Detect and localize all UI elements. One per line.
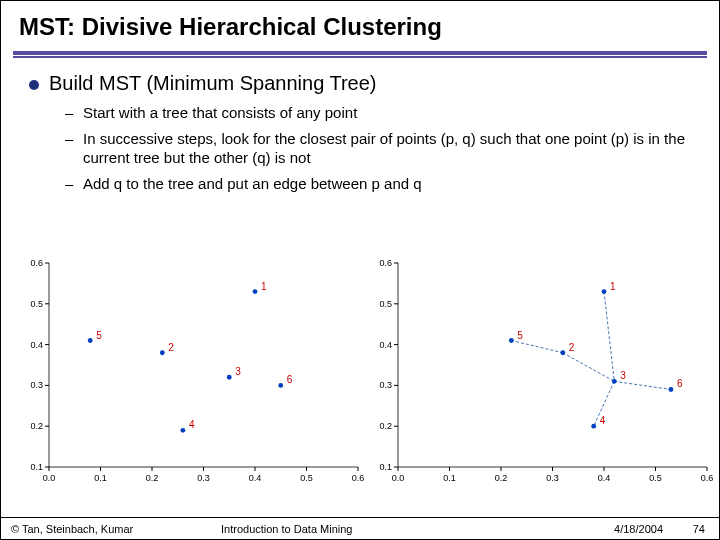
svg-text:3: 3 bbox=[235, 366, 241, 377]
svg-text:0.3: 0.3 bbox=[546, 473, 559, 483]
svg-text:5: 5 bbox=[96, 330, 102, 341]
sub-bullet: – Add q to the tree and put an edge betw… bbox=[65, 174, 691, 194]
svg-point-73 bbox=[612, 379, 617, 384]
title-rule bbox=[13, 51, 707, 58]
dash-icon: – bbox=[65, 129, 83, 168]
sub-bullet: – Start with a tree that consists of any… bbox=[65, 103, 691, 123]
svg-point-26 bbox=[253, 289, 258, 294]
svg-text:4: 4 bbox=[600, 415, 606, 426]
svg-text:3: 3 bbox=[620, 370, 626, 381]
svg-point-75 bbox=[591, 424, 596, 429]
svg-text:6: 6 bbox=[287, 374, 293, 385]
svg-text:0.4: 0.4 bbox=[30, 340, 43, 350]
svg-text:0.3: 0.3 bbox=[379, 380, 392, 390]
svg-text:0.3: 0.3 bbox=[197, 473, 210, 483]
svg-text:0.5: 0.5 bbox=[300, 473, 313, 483]
svg-text:0.4: 0.4 bbox=[249, 473, 262, 483]
footer-page: 74 bbox=[673, 523, 719, 535]
svg-text:0.5: 0.5 bbox=[649, 473, 662, 483]
svg-text:2: 2 bbox=[168, 342, 174, 353]
svg-point-77 bbox=[509, 338, 514, 343]
svg-text:0.2: 0.2 bbox=[146, 473, 159, 483]
svg-text:4: 4 bbox=[189, 419, 195, 430]
svg-text:6: 6 bbox=[677, 378, 683, 389]
slide-footer: © Tan, Steinbach, Kumar Introduction to … bbox=[1, 517, 719, 539]
sub-bullet-text: In successive steps, look for the closes… bbox=[83, 129, 691, 168]
svg-text:1: 1 bbox=[261, 281, 267, 292]
svg-text:0.2: 0.2 bbox=[379, 421, 392, 431]
svg-line-66 bbox=[614, 381, 671, 389]
svg-text:0.4: 0.4 bbox=[379, 340, 392, 350]
slide-title: MST: Divisive Hierarchical Clustering bbox=[1, 1, 719, 47]
svg-text:0.1: 0.1 bbox=[94, 473, 107, 483]
svg-text:0.5: 0.5 bbox=[30, 299, 43, 309]
svg-text:5: 5 bbox=[517, 330, 523, 341]
svg-text:0.6: 0.6 bbox=[379, 258, 392, 268]
svg-text:1: 1 bbox=[610, 281, 616, 292]
svg-text:0.2: 0.2 bbox=[495, 473, 508, 483]
svg-line-65 bbox=[563, 353, 615, 382]
svg-text:0.0: 0.0 bbox=[43, 473, 56, 483]
svg-point-36 bbox=[278, 383, 283, 388]
svg-text:0.3: 0.3 bbox=[30, 380, 43, 390]
scatter-chart-left: 0.10.20.30.40.50.60.00.10.20.30.40.50.61… bbox=[15, 257, 364, 487]
svg-point-32 bbox=[181, 428, 186, 433]
sub-bullet-text: Start with a tree that consists of any p… bbox=[83, 103, 357, 123]
svg-text:2: 2 bbox=[569, 342, 575, 353]
svg-text:0.6: 0.6 bbox=[352, 473, 364, 483]
footer-title: Introduction to Data Mining bbox=[211, 523, 533, 535]
svg-text:0.6: 0.6 bbox=[701, 473, 713, 483]
main-bullet: Build MST (Minimum Spanning Tree) bbox=[29, 72, 691, 95]
svg-point-69 bbox=[602, 289, 607, 294]
svg-text:0.4: 0.4 bbox=[598, 473, 611, 483]
sub-bullet: – In successive steps, look for the clos… bbox=[65, 129, 691, 168]
svg-point-79 bbox=[669, 387, 674, 392]
svg-text:0.1: 0.1 bbox=[30, 462, 43, 472]
svg-text:0.1: 0.1 bbox=[379, 462, 392, 472]
svg-text:0.1: 0.1 bbox=[443, 473, 456, 483]
footer-copyright: © Tan, Steinbach, Kumar bbox=[1, 523, 211, 535]
main-bullet-text: Build MST (Minimum Spanning Tree) bbox=[49, 72, 377, 95]
scatter-chart-right: 0.10.20.30.40.50.60.00.10.20.30.40.50.61… bbox=[364, 257, 713, 487]
bullet-dot-icon bbox=[29, 80, 39, 90]
svg-point-71 bbox=[560, 350, 565, 355]
svg-text:0.2: 0.2 bbox=[30, 421, 43, 431]
sub-bullet-text: Add q to the tree and put an edge betwee… bbox=[83, 174, 422, 194]
svg-text:0.0: 0.0 bbox=[392, 473, 405, 483]
svg-point-34 bbox=[88, 338, 93, 343]
svg-line-68 bbox=[604, 292, 614, 382]
svg-text:0.6: 0.6 bbox=[30, 258, 43, 268]
svg-text:0.5: 0.5 bbox=[379, 299, 392, 309]
svg-point-28 bbox=[160, 350, 165, 355]
svg-point-30 bbox=[227, 375, 232, 380]
dash-icon: – bbox=[65, 103, 83, 123]
dash-icon: – bbox=[65, 174, 83, 194]
svg-line-64 bbox=[511, 341, 563, 353]
footer-date: 4/18/2004 bbox=[533, 523, 673, 535]
